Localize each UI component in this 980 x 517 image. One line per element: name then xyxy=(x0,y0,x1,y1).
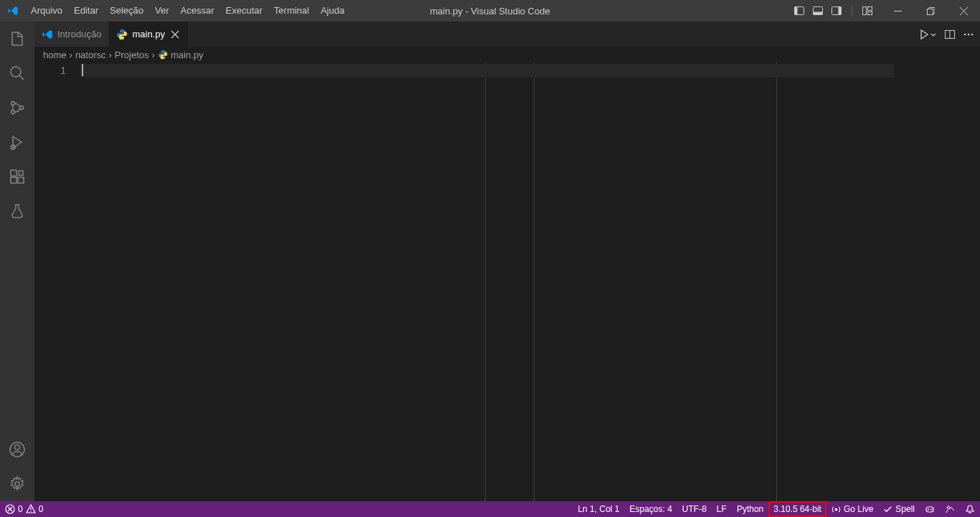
status-spell[interactable]: Spell xyxy=(878,501,920,517)
window-minimize-icon[interactable] xyxy=(881,0,914,22)
editor-ruler xyxy=(776,62,777,501)
editor-body: 1 xyxy=(34,62,980,501)
status-language-mode[interactable]: Python xyxy=(732,501,768,517)
tab-introducao[interactable]: Introdução xyxy=(34,22,109,47)
menu-run[interactable]: Executar xyxy=(220,0,268,22)
menu-go[interactable]: Acessar xyxy=(175,0,220,22)
activity-bar xyxy=(0,22,34,501)
customize-layout-icon[interactable] xyxy=(859,3,875,19)
activity-explorer-icon[interactable] xyxy=(0,22,34,56)
line-number-gutter: 1 xyxy=(34,62,80,501)
svg-rect-1 xyxy=(795,7,798,15)
svg-rect-10 xyxy=(927,9,933,14)
status-copilot-icon[interactable] xyxy=(920,501,940,517)
svg-point-21 xyxy=(15,445,20,450)
menubar: Arquivo Editar Seleção Ver Acessar Execu… xyxy=(25,0,350,22)
titlebar: Arquivo Editar Seleção Ver Acessar Execu… xyxy=(0,0,980,22)
status-python-interpreter[interactable]: 3.10.5 64-bit xyxy=(768,501,826,517)
svg-point-22 xyxy=(15,482,19,486)
vscode-icon xyxy=(42,29,53,40)
tab-label: Introdução xyxy=(57,29,101,39)
menu-file[interactable]: Arquivo xyxy=(25,0,68,22)
chevron-right-icon: › xyxy=(151,50,156,60)
svg-rect-17 xyxy=(11,177,17,183)
svg-rect-5 xyxy=(839,7,842,15)
status-cursor-position[interactable]: Ln 1, Col 1 xyxy=(573,501,624,517)
tab-main-py[interactable]: main.py xyxy=(109,22,189,47)
menu-view[interactable]: Ver xyxy=(149,0,175,22)
svg-point-34 xyxy=(930,509,932,511)
status-encoding[interactable]: UTF-8 xyxy=(677,501,712,517)
activity-settings-icon[interactable] xyxy=(0,467,34,501)
python-icon xyxy=(158,50,168,60)
svg-rect-8 xyxy=(868,12,872,15)
window-maximize-icon[interactable] xyxy=(914,0,947,22)
check-icon xyxy=(883,505,892,514)
minimap[interactable] xyxy=(894,62,980,501)
svg-point-26 xyxy=(968,33,970,35)
vscode-logo-icon xyxy=(0,5,25,17)
svg-point-12 xyxy=(11,102,15,106)
python-icon xyxy=(116,29,128,40)
more-actions-icon[interactable] xyxy=(963,29,974,40)
breadcrumb-projetos[interactable]: Projetos xyxy=(115,50,149,60)
status-problems[interactable]: 0 0 xyxy=(0,501,48,517)
svg-point-25 xyxy=(964,33,966,35)
broadcast-icon xyxy=(831,505,841,514)
toggle-panel-icon[interactable] xyxy=(810,3,826,19)
activity-extensions-icon[interactable] xyxy=(0,159,34,194)
chevron-right-icon: › xyxy=(68,50,74,60)
svg-rect-18 xyxy=(18,177,24,183)
menu-edit[interactable]: Editar xyxy=(68,0,104,22)
close-icon[interactable] xyxy=(169,29,181,40)
split-editor-icon[interactable] xyxy=(944,29,956,40)
error-count: 0 xyxy=(18,504,23,514)
code-line xyxy=(80,64,894,78)
activity-accounts-icon[interactable] xyxy=(0,432,34,467)
editor-ruler xyxy=(534,62,534,501)
warning-icon xyxy=(26,504,36,514)
activity-testing-icon[interactable] xyxy=(0,194,34,228)
status-indentation[interactable]: Espaços: 4 xyxy=(624,501,677,517)
code-editor[interactable] xyxy=(80,62,894,501)
activity-search-icon[interactable] xyxy=(0,56,34,90)
editor-ruler xyxy=(485,62,486,501)
svg-point-13 xyxy=(11,111,15,114)
tabs-bar: Introdução main.py xyxy=(34,22,980,47)
svg-rect-32 xyxy=(926,507,933,512)
breadcrumb-file-label: main.py xyxy=(171,50,204,60)
svg-point-31 xyxy=(835,508,838,511)
spell-label: Spell xyxy=(895,504,915,514)
svg-rect-16 xyxy=(11,170,17,176)
window-close-icon[interactable] xyxy=(947,0,980,22)
svg-rect-6 xyxy=(863,7,867,15)
svg-point-30 xyxy=(30,511,31,511)
menu-help[interactable]: Ajuda xyxy=(315,0,350,22)
menu-selection[interactable]: Seleção xyxy=(104,0,149,22)
run-file-icon[interactable] xyxy=(918,29,937,40)
breadcrumb-natorsc[interactable]: natorsc xyxy=(75,50,106,60)
svg-point-35 xyxy=(947,506,950,509)
toggle-primary-sidebar-icon[interactable] xyxy=(791,3,807,19)
tab-label: main.py xyxy=(132,29,165,39)
status-eol[interactable]: LF xyxy=(712,501,732,517)
chevron-right-icon: › xyxy=(108,50,113,60)
breadcrumbs: home › natorsc › Projetos › main.py xyxy=(34,47,980,62)
activity-run-debug-icon[interactable] xyxy=(0,125,34,159)
svg-point-11 xyxy=(11,67,21,77)
toggle-secondary-sidebar-icon[interactable] xyxy=(829,3,844,19)
svg-rect-3 xyxy=(814,12,823,15)
breadcrumb-home[interactable]: home xyxy=(43,50,67,60)
line-number: 1 xyxy=(34,64,66,78)
status-go-live[interactable]: Go Live xyxy=(826,501,878,517)
svg-rect-9 xyxy=(894,11,902,11)
status-notifications-icon[interactable] xyxy=(960,501,980,517)
text-cursor xyxy=(82,64,83,76)
status-feedback-icon[interactable] xyxy=(940,501,960,517)
error-icon xyxy=(5,504,15,514)
activity-scm-icon[interactable] xyxy=(0,90,34,125)
menu-terminal[interactable]: Terminal xyxy=(268,0,315,22)
breadcrumb-file[interactable]: main.py xyxy=(158,50,204,60)
svg-point-27 xyxy=(971,33,974,35)
main-area: Introdução main.py home › natorsc › Proj… xyxy=(0,22,980,501)
